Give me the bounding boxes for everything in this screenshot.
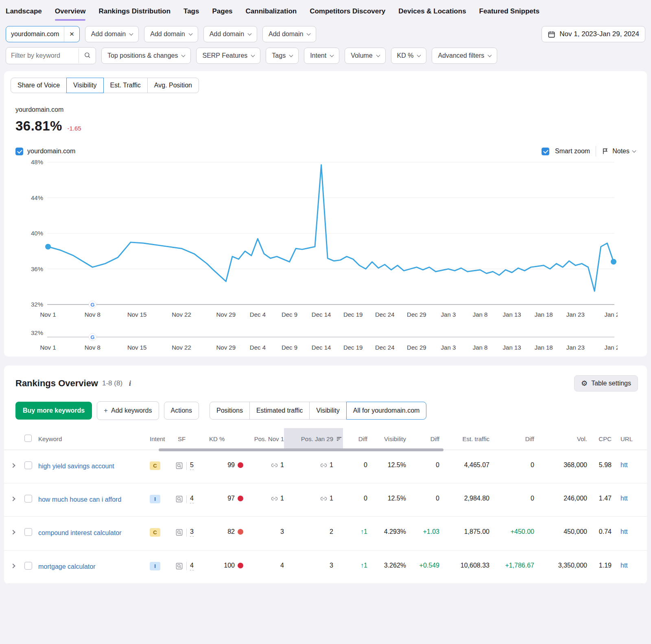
keyword-link[interactable]: compound interest calculator <box>38 528 122 537</box>
notes-dropdown[interactable]: Notes <box>602 148 636 155</box>
expand-row-icon[interactable] <box>11 463 15 468</box>
nav-tab-devices-locations[interactable]: Devices & Locations <box>398 7 466 15</box>
col-sf[interactable]: SF <box>172 435 207 442</box>
filter-serp-features[interactable]: SERP Features <box>196 48 260 64</box>
legend-domain-checkbox[interactable] <box>15 148 23 155</box>
view-tab-estimated-traffic[interactable]: Estimated traffic <box>249 402 310 420</box>
filter-intent[interactable]: Intent <box>304 48 339 64</box>
nav-tab-featured-snippets[interactable]: Featured Snippets <box>479 7 540 15</box>
row-checkbox[interactable] <box>24 562 32 570</box>
keyword-link[interactable]: how much house can i afford <box>38 495 121 504</box>
add-domain-button-3[interactable]: Add domain <box>203 26 257 42</box>
filter-tags[interactable]: Tags <box>266 48 299 64</box>
col-intent[interactable]: Intent <box>150 435 172 442</box>
col-volume[interactable]: Vol. <box>534 435 587 442</box>
kd-value: 82 <box>227 528 235 535</box>
url-link[interactable]: htt <box>620 495 628 502</box>
table-row: compound interest calculator C 3 82 3 2 … <box>4 517 647 550</box>
expand-row-icon[interactable] <box>11 530 15 535</box>
row-checkbox[interactable] <box>24 495 32 503</box>
serp-features-icon[interactable] <box>175 562 183 570</box>
serp-features-icon[interactable] <box>175 462 183 470</box>
nav-tab-landscape[interactable]: Landscape <box>6 7 42 15</box>
horizontal-scrollbar[interactable] <box>159 448 443 451</box>
nav-tab-overview[interactable]: Overview <box>55 7 86 21</box>
expand-row-icon[interactable] <box>11 564 15 568</box>
url-link[interactable]: htt <box>620 562 628 569</box>
keyword-link[interactable]: mortgage calculator <box>38 562 96 571</box>
intent-badge[interactable]: I <box>150 562 160 570</box>
smart-zoom-checkbox[interactable] <box>542 148 549 155</box>
cpc-cell: 5.98 <box>587 461 612 469</box>
x-axis-label: Dec 9 <box>282 311 297 318</box>
nav-tab-tags[interactable]: Tags <box>184 7 199 15</box>
rankings-actions-row: Buy more keywords + Add keywords Actions… <box>4 398 647 428</box>
actions-button[interactable]: Actions <box>164 402 199 420</box>
col-pos-nov1[interactable]: Pos. Nov 1 <box>243 435 284 442</box>
sf-count[interactable]: 5 <box>190 461 194 470</box>
row-checkbox[interactable] <box>24 461 32 469</box>
col-keyword[interactable]: Keyword <box>38 435 150 442</box>
view-tab-visibility[interactable]: Visibility <box>309 402 347 420</box>
nav-tab-pages[interactable]: Pages <box>212 7 232 15</box>
col-diff-pos[interactable]: Diff <box>343 435 367 442</box>
intent-badge[interactable]: C <box>150 528 160 537</box>
nav-tab-competitors-discovery[interactable]: Competitors Discovery <box>310 7 385 15</box>
search-button[interactable] <box>79 48 96 63</box>
filter-volume[interactable]: Volume <box>345 48 385 64</box>
remove-domain-icon[interactable]: ✕ <box>64 26 79 42</box>
date-range-picker[interactable]: Nov 1, 2023-Jan 29, 2024 <box>542 26 645 42</box>
col-est-traffic[interactable]: Est. traffic <box>439 435 489 442</box>
date-range-label: Nov 1, 2023-Jan 29, 2024 <box>559 30 639 38</box>
filter-top-positions[interactable]: Top positions & changes <box>101 48 191 64</box>
serp-features-icon[interactable] <box>175 529 183 536</box>
domain-chip[interactable]: yourdomain.com ✕ <box>6 26 80 42</box>
col-diff-vis[interactable]: Diff <box>406 435 439 442</box>
sf-count[interactable]: 4 <box>190 495 194 503</box>
col-visibility[interactable]: Visibility <box>367 435 406 442</box>
row-checkbox[interactable] <box>24 528 32 536</box>
view-tab-all-for-domain[interactable]: All for yourdomain.com <box>346 402 427 420</box>
col-url[interactable]: URL <box>612 435 647 442</box>
keyword-link[interactable]: high yield savings account <box>38 461 114 471</box>
x-axis-label: Nov 22 <box>172 311 191 318</box>
tab-avg-position[interactable]: Avg. Position <box>147 78 199 93</box>
add-domain-button-4[interactable]: Add domain <box>262 26 316 42</box>
tab-share-of-voice[interactable]: Share of Voice <box>11 78 67 93</box>
col-cpc[interactable]: CPC <box>587 435 612 442</box>
y-axis-label: 40% <box>31 230 43 237</box>
info-icon[interactable]: i <box>129 379 131 388</box>
view-tab-positions[interactable]: Positions <box>210 402 250 420</box>
intent-badge[interactable]: C <box>150 461 160 470</box>
serp-features-icon[interactable] <box>175 495 183 503</box>
select-all-checkbox[interactable] <box>24 435 32 442</box>
sort-icon <box>336 436 342 442</box>
tab-visibility[interactable]: Visibility <box>66 78 104 93</box>
visibility-cell: 4.293% <box>367 528 406 535</box>
nav-tab-rankings-distribution[interactable]: Rankings Distribution <box>98 7 170 15</box>
tab-est-traffic[interactable]: Est. Traffic <box>103 78 148 93</box>
x-axis-label: Jan 23 <box>566 344 585 351</box>
kd-difficulty-dot <box>238 529 243 535</box>
intent-badge[interactable]: I <box>150 495 160 503</box>
google-update-icon[interactable]: G <box>90 334 94 340</box>
buy-more-keywords-button[interactable]: Buy more keywords <box>15 402 92 420</box>
add-keywords-button[interactable]: + Add keywords <box>97 401 159 420</box>
url-link[interactable]: htt <box>620 528 628 535</box>
sf-count[interactable]: 4 <box>190 562 194 570</box>
col-pos-jan29[interactable]: Pos. Jan 29 <box>284 428 343 450</box>
keyword-filter-input[interactable] <box>6 48 79 64</box>
google-update-icon[interactable]: G <box>90 302 94 308</box>
expand-row-icon[interactable] <box>11 497 15 501</box>
url-link[interactable]: htt <box>620 461 628 468</box>
x-axis-label: Nov 29 <box>216 344 236 351</box>
sf-count[interactable]: 3 <box>190 528 194 537</box>
filter-kd[interactable]: KD % <box>391 48 427 64</box>
add-domain-button-2[interactable]: Add domain <box>144 26 198 42</box>
add-domain-button-1[interactable]: Add domain <box>85 26 139 42</box>
col-kd[interactable]: KD % <box>207 435 243 442</box>
nav-tab-cannibalization[interactable]: Cannibalization <box>246 7 297 15</box>
filter-advanced[interactable]: Advanced filters <box>432 48 497 64</box>
table-settings-button[interactable]: ⚙ Table settings <box>574 375 638 392</box>
col-diff-traffic[interactable]: Diff <box>489 435 534 442</box>
